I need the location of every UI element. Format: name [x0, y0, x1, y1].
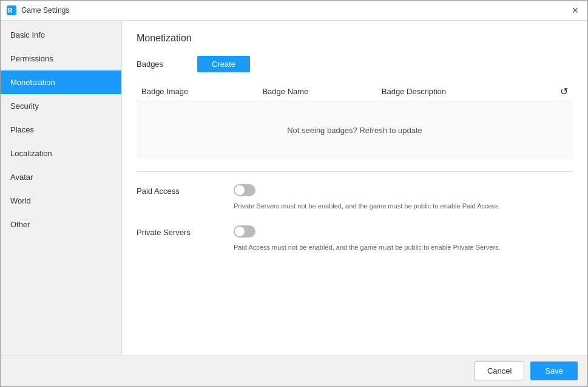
- private-servers-row: Private Servers Paid Access must not be …: [137, 225, 573, 252]
- badge-description-header: Badge Description: [377, 82, 535, 101]
- sidebar-item-monetization[interactable]: Monetization: [1, 70, 121, 94]
- private-servers-label: Private Servers: [137, 225, 221, 237]
- sidebar-item-avatar[interactable]: Avatar: [1, 165, 121, 189]
- private-servers-right: Paid Access must not be enabled, and the…: [234, 225, 573, 252]
- private-servers-toggle[interactable]: [234, 225, 255, 238]
- paid-access-hint: Private Servers must not be enabled, and…: [234, 202, 525, 211]
- window-title: Game Settings: [21, 6, 69, 15]
- sidebar-item-places[interactable]: Places: [1, 118, 121, 142]
- private-servers-track[interactable]: [234, 225, 255, 238]
- main-content: Monetization Badges Create Badge Image B…: [122, 21, 587, 355]
- sidebar-item-basic-info[interactable]: Basic Info: [1, 23, 121, 47]
- paid-access-toggle[interactable]: [234, 184, 255, 196]
- create-badge-button[interactable]: Create: [197, 56, 250, 72]
- section-divider: [137, 171, 573, 172]
- paid-access-track[interactable]: [234, 184, 255, 196]
- footer: Cancel Save: [1, 355, 587, 386]
- title-bar: R Game Settings ✕: [1, 1, 587, 21]
- svg-text:R: R: [8, 7, 13, 14]
- badge-refresh-header[interactable]: ↺: [535, 82, 573, 101]
- paid-access-right: Private Servers must not be enabled, and…: [234, 184, 573, 211]
- badges-empty-state: Not seeing badges? Refresh to update: [137, 101, 573, 159]
- page-title: Monetization: [137, 33, 573, 44]
- sidebar-item-localization[interactable]: Localization: [1, 142, 121, 165]
- sidebar: Basic Info Permissions Monetization Secu…: [1, 21, 122, 355]
- title-bar-left: R Game Settings: [7, 5, 69, 15]
- paid-access-row: Paid Access Private Servers must not be …: [137, 184, 573, 211]
- badge-name-header: Badge Name: [257, 82, 376, 101]
- sidebar-item-permissions[interactable]: Permissions: [1, 47, 121, 70]
- game-settings-window: R Game Settings ✕ Basic Info Permissions…: [0, 0, 588, 387]
- private-servers-hint: Paid Access must not be enabled, and the…: [234, 243, 525, 252]
- save-button[interactable]: Save: [530, 361, 578, 380]
- sidebar-item-world[interactable]: World: [1, 189, 121, 213]
- badges-label: Badges: [137, 60, 185, 69]
- close-button[interactable]: ✕: [569, 4, 581, 16]
- paid-access-label: Paid Access: [137, 184, 221, 196]
- badge-table: Badge Image Badge Name Badge Description…: [137, 82, 573, 101]
- badges-row: Badges Create: [137, 56, 573, 72]
- window-body: Basic Info Permissions Monetization Secu…: [1, 21, 587, 355]
- cancel-button[interactable]: Cancel: [475, 361, 524, 380]
- badge-image-header: Badge Image: [137, 82, 257, 101]
- badges-empty-message: Not seeing badges? Refresh to update: [287, 126, 422, 135]
- sidebar-item-other[interactable]: Other: [1, 213, 121, 236]
- roblox-logo-icon: R: [7, 5, 16, 15]
- sidebar-item-security[interactable]: Security: [1, 94, 121, 118]
- refresh-icon[interactable]: ↺: [560, 86, 568, 97]
